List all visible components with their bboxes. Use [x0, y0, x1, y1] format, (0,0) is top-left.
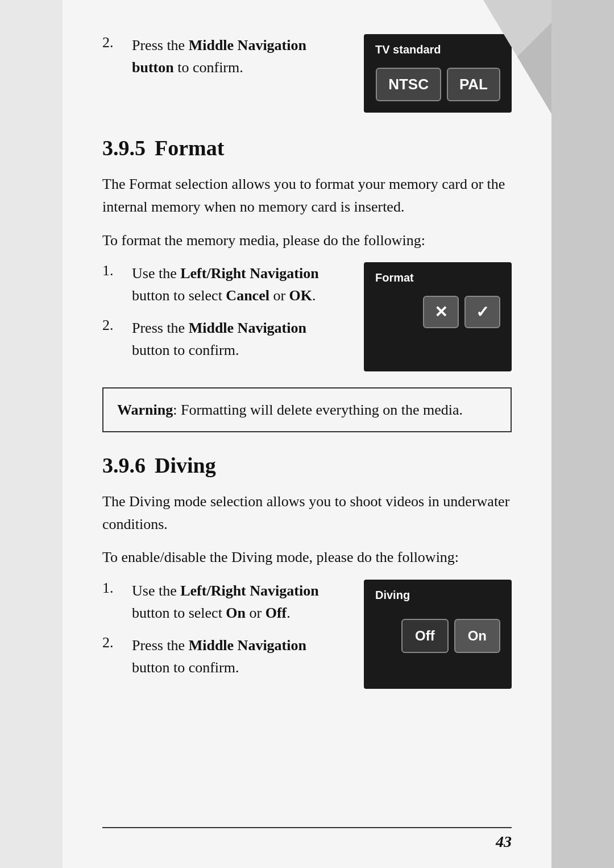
step-row-intro: 2. Press the Middle Navigation button to… [102, 34, 341, 78]
section-395-heading: 3.9.5Format [102, 135, 512, 160]
step2-bold: Middle Navigation [189, 320, 306, 336]
396-step1-period: . [287, 605, 291, 621]
section-396-step2: 2. Press the Middle Navigation button to… [102, 634, 347, 679]
ntsc-button[interactable]: NTSC [376, 68, 441, 101]
section-396-steps-list: 1. Use the Left/Right Navigation button … [102, 580, 347, 689]
396-step1-bold3: Off [265, 605, 287, 621]
396-step1-pre: Use the [132, 582, 180, 599]
396-step2-bold: Middle Navigation [189, 637, 306, 654]
pal-button[interactable]: PAL [447, 68, 500, 101]
tv-standard-buttons: NTSC PAL [375, 68, 500, 101]
right-stripe [551, 0, 614, 868]
diving-title: Diving [375, 589, 500, 602]
section-395-para1: The Format selection allows you to forma… [102, 173, 512, 219]
section-396-step2-num: 2. [102, 634, 121, 651]
step2-end: button to confirm. [132, 342, 239, 358]
top-section: 2. Press the Middle Navigation button to… [102, 34, 512, 113]
step-text-end: to confirm. [174, 59, 243, 76]
step-number-intro: 2. [102, 34, 121, 51]
section-395-step1-num: 1. [102, 262, 121, 279]
section-395-number: 3.9.5 [102, 136, 146, 160]
cancel-icon: ✕ [434, 303, 447, 321]
section-395-steps-list: 1. Use the Left/Right Navigation button … [102, 262, 347, 371]
warning-bold: Warning [117, 402, 173, 418]
step-text-pre: Press the [132, 37, 189, 53]
diving-on-button[interactable]: On [454, 619, 500, 653]
ok-icon: ✓ [476, 303, 489, 321]
format-buttons: ✕ ✓ [375, 296, 500, 328]
section-395-step2-content: Press the Middle Navigation button to co… [132, 317, 347, 361]
step1-period: . [312, 287, 316, 304]
diving-buttons: Off On [375, 619, 500, 653]
section-395-step1: 1. Use the Left/Right Navigation button … [102, 262, 347, 307]
396-step1-bold1: Left/Right Navigation [180, 582, 318, 599]
diving-screenshot: Diving Off On [364, 580, 512, 689]
step-content-intro: Press the Middle Navigation button to co… [132, 34, 306, 78]
warning-text: : Formatting will delete everything on t… [173, 402, 463, 418]
section-396: 3.9.6Diving The Diving mode selection al… [102, 453, 512, 689]
step1-bold2: Cancel [226, 287, 269, 304]
step1-bold3: OK [289, 287, 312, 304]
format-screenshot: Format ✕ ✓ [364, 262, 512, 371]
step-bold2: button [132, 59, 174, 76]
step-bold1: Middle Navigation [189, 37, 306, 53]
format-cancel-button[interactable]: ✕ [423, 296, 459, 328]
396-step1-mid: button to select [132, 605, 226, 621]
section-396-title: Diving [155, 453, 216, 477]
section-396-para1: The Diving mode selection allows you to … [102, 490, 512, 536]
section-396-step1-content: Use the Left/Right Navigation button to … [132, 580, 347, 624]
section-395-step2: 2. Press the Middle Navigation button to… [102, 317, 347, 361]
footer-line [102, 827, 512, 828]
tv-standard-title: TV standard [375, 43, 500, 56]
396-step1-bold2: On [226, 605, 246, 621]
section-395-step1-content: Use the Left/Right Navigation button to … [132, 262, 347, 307]
page-number: 43 [496, 833, 512, 851]
diving-off-button[interactable]: Off [401, 619, 449, 653]
section-396-step2-content: Press the Middle Navigation button to co… [132, 634, 347, 679]
page-container: 2. Press the Middle Navigation button to… [63, 0, 551, 868]
step1-mid: button to select [132, 287, 226, 304]
section-395: 3.9.5Format The Format selection allows … [102, 135, 512, 432]
section-396-step1: 1. Use the Left/Right Navigation button … [102, 580, 347, 624]
step1-bold1: Left/Right Navigation [180, 265, 318, 282]
section-395-step2-num: 2. [102, 317, 121, 334]
396-step1-end: or [246, 605, 265, 621]
top-steps: 2. Press the Middle Navigation button to… [102, 34, 341, 113]
format-ok-button[interactable]: ✓ [464, 296, 500, 328]
section-395-para2: To format the memory media, please do th… [102, 229, 512, 252]
step1-pre: Use the [132, 265, 180, 282]
tv-standard-screenshot: TV standard NTSC PAL [364, 34, 512, 113]
section-395-steps-block: 1. Use the Left/Right Navigation button … [102, 262, 512, 371]
section-396-steps-block: 1. Use the Left/Right Navigation button … [102, 580, 512, 689]
section-396-heading: 3.9.6Diving [102, 453, 512, 478]
warning-box: Warning: Formatting will delete everythi… [102, 387, 512, 432]
step2-pre: Press the [132, 320, 189, 336]
format-title: Format [375, 271, 500, 284]
section-396-step1-num: 1. [102, 580, 121, 597]
step1-text-end: or [269, 287, 289, 304]
396-step2-end: button to confirm. [132, 659, 239, 676]
section-395-title: Format [155, 136, 224, 160]
section-396-para2: To enable/disable the Diving mode, pleas… [102, 546, 512, 569]
396-step2-pre: Press the [132, 637, 189, 654]
section-396-number: 3.9.6 [102, 453, 146, 477]
